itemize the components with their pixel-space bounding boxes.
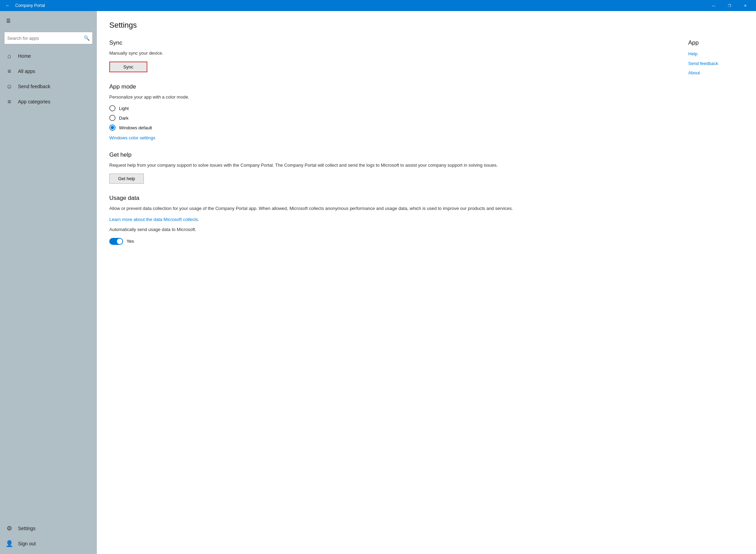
usage-data-toggle-row: Yes <box>109 238 667 245</box>
app-container: ☰ 🔍 ⌂ Home ≡ All apps ☺ Send feedback ≡ … <box>0 11 756 554</box>
sync-description: Manually sync your device. <box>109 50 667 57</box>
sidebar-item-settings-label: Settings <box>18 526 36 531</box>
all-apps-icon: ≡ <box>6 68 13 75</box>
sidebar-item-sign-out-label: Sign out <box>18 541 36 546</box>
usage-data-title: Usage data <box>109 195 667 202</box>
main-content: Settings Sync Manually sync your device.… <box>97 11 756 554</box>
close-icon: ✕ <box>744 4 747 8</box>
usage-data-toggle[interactable] <box>109 238 123 245</box>
radio-dark-label: Dark <box>119 116 128 121</box>
sidebar-item-send-feedback-label: Send feedback <box>18 84 50 89</box>
radio-light[interactable]: Light <box>109 105 667 111</box>
app-mode-title: App mode <box>109 83 667 90</box>
usage-data-toggle-label: Yes <box>127 239 134 244</box>
sync-section: Sync Manually sync your device. Sync <box>109 39 667 72</box>
usage-data-description: Allow or prevent data collection for you… <box>109 205 667 212</box>
radio-windows-default-label: Windows default <box>119 125 152 130</box>
settings-icon: ⚙ <box>6 525 13 532</box>
send-feedback-icon: ☺ <box>6 83 13 90</box>
radio-circle-light <box>109 105 116 111</box>
sync-title: Sync <box>109 39 667 46</box>
sync-button[interactable]: Sync <box>109 62 147 72</box>
radio-dark[interactable]: Dark <box>109 115 667 121</box>
radio-circle-dark <box>109 115 116 121</box>
get-help-button[interactable]: Get help <box>109 174 144 184</box>
hamburger-button[interactable]: ☰ <box>1 14 15 28</box>
radio-windows-default[interactable]: Windows default <box>109 124 667 131</box>
learn-more-link[interactable]: Learn more about the data Microsoft coll… <box>109 217 199 222</box>
back-icon: ← <box>5 3 10 8</box>
usage-data-section: Usage data Allow or prevent data collect… <box>109 195 667 245</box>
sidebar-item-app-categories-label: App categories <box>18 99 50 104</box>
search-icon: 🔍 <box>84 35 90 41</box>
titlebar-title: Company Portal <box>15 3 706 8</box>
app-sidebar-title: App <box>688 39 744 46</box>
sidebar-item-all-apps[interactable]: ≡ All apps <box>0 64 97 79</box>
settings-layout: Sync Manually sync your device. Sync App… <box>109 39 744 256</box>
titlebar: ← Company Portal — ❐ ✕ <box>0 0 756 11</box>
sidebar-item-sign-out[interactable]: 👤 Sign out <box>0 536 97 551</box>
hamburger-icon: ☰ <box>6 18 11 24</box>
maximize-button[interactable]: ❐ <box>721 0 737 11</box>
search-input[interactable] <box>7 36 84 41</box>
radio-light-label: Light <box>119 106 129 111</box>
back-button[interactable]: ← <box>3 1 12 10</box>
get-help-title: Get help <box>109 151 667 158</box>
minimize-button[interactable]: — <box>706 0 721 11</box>
help-link[interactable]: Help <box>688 50 744 57</box>
auto-send-label: Automatically send usage data to Microso… <box>109 226 667 233</box>
sidebar-item-all-apps-label: All apps <box>18 68 35 74</box>
app-mode-description: Personalize your app with a color mode. <box>109 94 667 101</box>
sidebar-item-home[interactable]: ⌂ Home <box>0 48 97 64</box>
app-mode-section: App mode Personalize your app with a col… <box>109 83 667 141</box>
sign-out-icon: 👤 <box>6 540 13 547</box>
color-mode-radio-group: Light Dark Windows default <box>109 105 667 131</box>
window-controls: — ❐ ✕ <box>706 0 753 11</box>
page-title: Settings <box>109 21 744 30</box>
send-feedback-link[interactable]: Send feedback <box>688 60 744 67</box>
search-bar[interactable]: 🔍 <box>4 32 93 44</box>
app-sidebar: App Help Send feedback About <box>688 39 744 256</box>
sidebar-item-home-label: Home <box>18 53 31 59</box>
app-categories-icon: ≡ <box>6 98 13 105</box>
nav-items: ⌂ Home ≡ All apps ☺ Send feedback ≡ App … <box>0 47 97 521</box>
radio-circle-windows-default <box>109 124 116 131</box>
sidebar-bottom: ⚙ Settings 👤 Sign out <box>0 521 97 554</box>
settings-main: Sync Manually sync your device. Sync App… <box>109 39 667 256</box>
close-button[interactable]: ✕ <box>737 0 753 11</box>
get-help-section: Get help Request help from your company … <box>109 151 667 184</box>
maximize-icon: ❐ <box>728 4 731 8</box>
about-link[interactable]: About <box>688 70 744 76</box>
sidebar: ☰ 🔍 ⌂ Home ≡ All apps ☺ Send feedback ≡ … <box>0 11 97 554</box>
sidebar-item-send-feedback[interactable]: ☺ Send feedback <box>0 79 97 94</box>
minimize-icon: — <box>712 4 715 8</box>
windows-color-settings-link[interactable]: Windows color settings <box>109 135 155 140</box>
get-help-description: Request help from your company support t… <box>109 162 667 169</box>
sidebar-item-settings[interactable]: ⚙ Settings <box>0 521 97 536</box>
home-icon: ⌂ <box>6 53 13 60</box>
sidebar-item-app-categories[interactable]: ≡ App categories <box>0 94 97 109</box>
